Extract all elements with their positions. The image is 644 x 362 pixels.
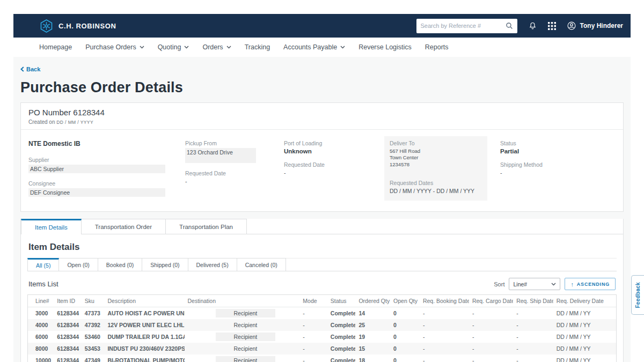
tab-transportation-order[interactable]: Transportation Order [82,219,166,234]
status-value: Partial [500,148,607,154]
filter-tab-canceled[interactable]: Canceled (0) [237,258,286,271]
cell-status: Complete [327,354,356,362]
filter-tab-delivered[interactable]: Delivered (5) [188,258,237,271]
user-avatar-icon [567,21,576,31]
nav-item-tracking[interactable]: Tracking [245,43,270,51]
cell-destination: Recipient [185,307,300,320]
search-input[interactable] [421,23,506,29]
cell-line: 8000 [28,343,54,354]
top-header-bar: C.H. ROBINSON [13,14,631,38]
tab-item-details[interactable]: Item Details [21,219,82,234]
col-line: Line# [28,295,54,307]
cell-req-booking-date: - [420,354,469,362]
cell-open-qty: 0 [390,307,420,320]
chevron-down-icon [551,283,556,286]
chevron-down-icon [140,46,144,49]
cell-req-booking-date: - [420,319,469,331]
user-name: Tony Hinderer [580,22,623,29]
filter-tab-booked[interactable]: Booked (0) [98,258,142,271]
cell-mode: - [299,319,327,331]
status-label: Status [500,140,607,146]
chrobinson-logo-icon [39,19,54,33]
feedback-button[interactable]: Feedback [631,275,644,315]
filter-tab-open[interactable]: Open (0) [59,258,98,271]
cell-ordered-qty: 14 [355,307,390,320]
page-content: Back Purchase Order Details PO Number 61… [13,57,631,362]
nav-item-purchase-orders[interactable]: Purchase Orders [85,43,144,51]
po-col-pickup: Pickup From 123 Orchard Drive Requested … [185,136,284,201]
items-list-title: Items List [28,280,58,288]
filter-tab-all[interactable]: All (5) [27,258,59,271]
page-title: Purchase Order Details [20,79,624,96]
search-icon[interactable] [506,22,513,29]
sort-direction-button[interactable]: ↑ ASCENDING [565,278,616,290]
items-table-container: Line# Item ID Sku Description Destinatio… [27,294,617,362]
nav-item-quoting[interactable]: Quoting [158,43,189,51]
pickup-requested-date-value: - [185,178,275,184]
arrow-up-icon: ↑ [570,281,574,287]
brand: C.H. ROBINSON [39,19,116,33]
table-row: 8000 6128344 53453 INDUST PU 230/460V 23… [28,343,616,354]
item-details-heading: Item Details [27,241,617,258]
cell-destination: Recipient [185,343,300,354]
filter-tab-shipped[interactable]: Shipped (0) [142,258,188,271]
cell-req-ship-date: - [513,343,553,354]
sort-select[interactable]: Line# [509,278,560,290]
cell-destination: Recipient [185,319,300,331]
cell-line: 10000 [28,354,54,362]
pickup-from-label: Pickup From [185,140,275,146]
cell-open-qty: 0 [390,343,420,354]
chevron-down-icon [184,46,189,49]
cell-item-id: 6128344 [54,319,82,331]
cell-item-id: 6128344 [54,354,82,362]
col-req-cargo-date: Req. Cargo Date [469,295,513,307]
nav-item-reports[interactable]: Reports [425,43,449,51]
col-sku: Sku [82,295,105,307]
nav-item-homepage[interactable]: Homepage [39,43,72,51]
nav-item-accounts-payable[interactable]: Accounts Payable [283,43,345,51]
cell-sku: 47373 [82,307,105,320]
po-number: PO Number 6128344 [28,108,616,117]
table-row: 3000 6128344 47373 AUTO HOIST AC POWER U… [28,307,616,320]
cell-ordered-qty: 19 [355,331,390,343]
cell-req-delivery-date: DD / MM / YY [553,319,616,331]
tab-transportation-plan[interactable]: Transportation Plan [166,219,247,234]
cell-sku: 47349 [82,354,105,362]
cell-req-booking-date: - [420,343,469,354]
cell-line: 3000 [28,307,54,320]
back-link[interactable]: Back [20,66,40,72]
cell-description: AUTO HOIST AC POWER UNIT 230V [104,307,184,320]
cell-open-qty: 0 [390,331,420,343]
user-menu[interactable]: Tony Hinderer [567,21,623,31]
deliver-requested-dates-value: DD / MM / YYYY - DD / MM / YYY [390,188,482,194]
cell-req-delivery-date: DD / MM / YY [553,354,616,362]
table-row: 10000 6128344 47349 BI-ROTATIONAL PUMP/M… [28,354,616,362]
brand-name: C.H. ROBINSON [58,22,116,30]
cell-item-id: 6128344 [54,307,82,320]
cell-destination: Recipient [185,354,300,362]
cell-description: 12V POWER UNIT ELEC LHL LG RES [104,319,184,331]
cell-req-cargo-date: - [469,319,513,331]
cell-status: Complete [327,343,356,354]
cell-open-qty: 0 [390,354,420,362]
cell-req-booking-date: - [420,307,469,320]
cell-status: Complete [327,319,356,331]
po-summary-card: PO Number 6128344 Created on DD / MM / Y… [20,102,624,212]
col-mode: Mode [299,295,327,307]
chevron-down-icon [340,46,345,49]
nav-item-orders[interactable]: Orders [202,43,231,51]
pickup-from-value: 123 Orchard Drive [185,148,256,163]
deliver-to-label: Deliver To [390,140,482,146]
nav-item-reverse-logistics[interactable]: Reverse Logistics [358,43,412,51]
col-ordered-qty: Ordered Qty [355,295,390,307]
apps-grid-icon[interactable] [548,22,556,30]
cell-req-booking-date: - [420,331,469,343]
cell-req-cargo-date: - [469,343,513,354]
po-col-parties: NTE Domestic IB Supplier ABC Supplier Co… [28,136,185,201]
deliver-requested-dates-label: Requested Dates [390,180,482,186]
cell-mode: - [299,354,327,362]
notifications-bell-icon[interactable] [528,21,537,31]
cell-ordered-qty: 15 [355,343,390,354]
po-col-deliver-to: Deliver To 567 Hill Road Town Center 123… [384,136,487,201]
chevron-down-icon [226,46,231,49]
